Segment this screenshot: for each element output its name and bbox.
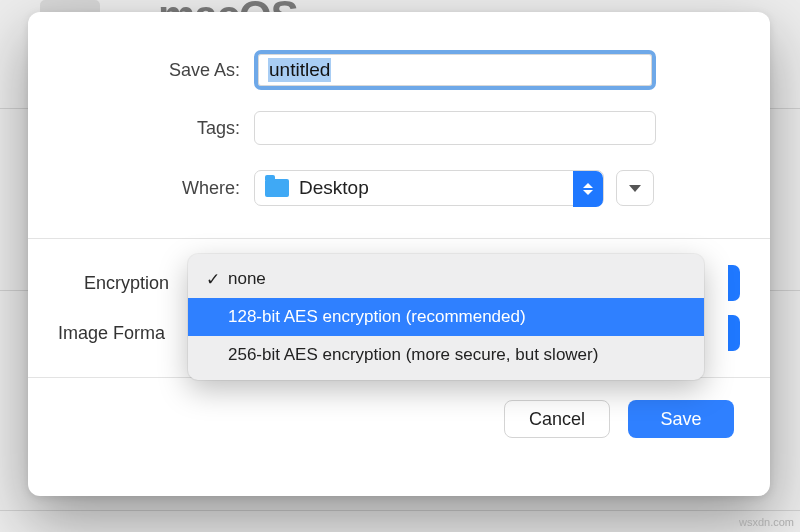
folder-icon bbox=[265, 179, 289, 197]
dialog-footer: Cancel Save bbox=[28, 378, 770, 438]
where-stepper-icon bbox=[573, 171, 603, 207]
chevron-down-icon bbox=[629, 185, 641, 192]
encryption-dropdown: ✓ none 128-bit AES encryption (recommend… bbox=[188, 254, 704, 380]
encryption-label: Encryption bbox=[84, 273, 169, 294]
save-as-value: untitled bbox=[268, 58, 331, 82]
option-label: 128-bit AES encryption (recommended) bbox=[228, 307, 526, 327]
save-button-label: Save bbox=[660, 409, 701, 430]
image-format-label: Image Forma bbox=[58, 323, 165, 344]
save-as-input[interactable]: untitled bbox=[254, 50, 656, 90]
tags-input[interactable] bbox=[254, 111, 656, 145]
save-as-label: Save As: bbox=[58, 60, 254, 81]
row-where: Where: Desktop bbox=[28, 168, 770, 208]
watermark: wsxdn.com bbox=[739, 516, 794, 528]
option-label: none bbox=[228, 269, 266, 289]
cancel-button-label: Cancel bbox=[529, 409, 585, 430]
cancel-button[interactable]: Cancel bbox=[504, 400, 610, 438]
where-label: Where: bbox=[58, 178, 254, 199]
where-value: Desktop bbox=[299, 177, 369, 199]
expand-button[interactable] bbox=[616, 170, 654, 206]
save-dialog: Save As: untitled Tags: Where: Desktop bbox=[28, 12, 770, 496]
tags-label: Tags: bbox=[58, 118, 254, 139]
row-tags: Tags: bbox=[28, 108, 770, 148]
where-select[interactable]: Desktop bbox=[254, 170, 604, 206]
background-divider bbox=[0, 510, 800, 511]
save-button[interactable]: Save bbox=[628, 400, 734, 438]
encryption-select-edge[interactable] bbox=[728, 265, 740, 301]
option-label: 256-bit AES encryption (more secure, but… bbox=[228, 345, 598, 365]
image-format-select-edge[interactable] bbox=[728, 315, 740, 351]
checkmark-icon: ✓ bbox=[206, 269, 228, 290]
row-save-as: Save As: untitled bbox=[28, 48, 770, 92]
encryption-option-none[interactable]: ✓ none bbox=[188, 260, 704, 298]
encryption-option-128[interactable]: 128-bit AES encryption (recommended) bbox=[188, 298, 704, 336]
encryption-option-256[interactable]: 256-bit AES encryption (more secure, but… bbox=[188, 336, 704, 374]
